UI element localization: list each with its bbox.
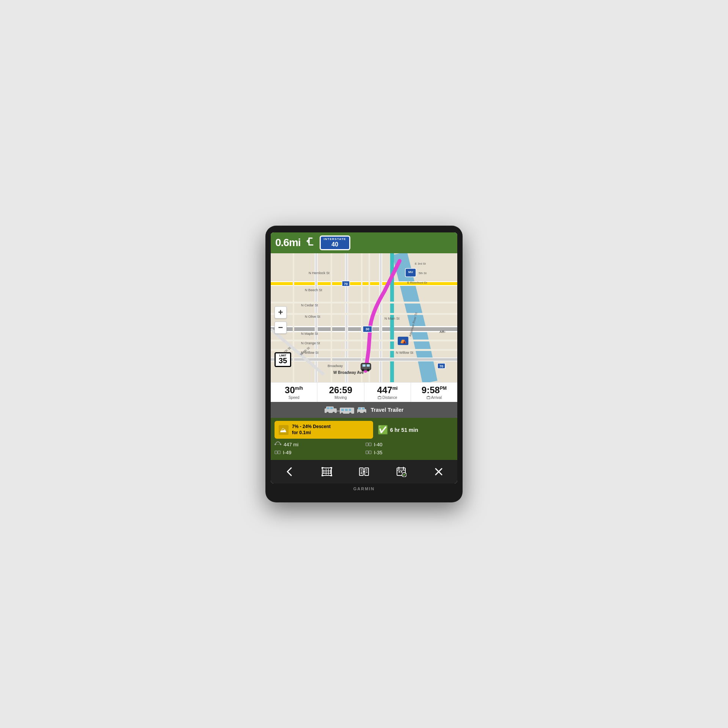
svg-rect-74: [349, 409, 351, 411]
svg-rect-72: [341, 409, 344, 411]
map-area[interactable]: N Hemlock St N Beech St N Cedar St N Oli…: [271, 253, 457, 382]
total-distance-value: 447 mi: [284, 442, 298, 447]
svg-rect-88: [275, 451, 277, 454]
directions-button[interactable]: [355, 464, 373, 480]
arrival-label: Arrival: [413, 395, 456, 400]
speed-value: 30m/h: [272, 386, 315, 395]
svg-point-26: [367, 369, 370, 371]
highway-i35-value: I-35: [374, 450, 382, 455]
distance-value: 447mi: [366, 386, 409, 395]
svg-rect-78: [362, 408, 364, 410]
highway-i40-item: I-40: [366, 441, 453, 448]
svg-rect-95: [359, 468, 363, 475]
svg-text:5th St: 5th St: [419, 271, 427, 275]
svg-text:N Hemlock St: N Hemlock St: [309, 271, 330, 275]
moving-value: 26:59: [319, 386, 362, 395]
svg-point-70: [341, 413, 343, 415]
back-button[interactable]: [280, 464, 299, 480]
svg-point-80: [363, 412, 366, 414]
svg-text:E Riverfront Dr: E Riverfront Dr: [407, 281, 427, 284]
svg-point-71: [349, 413, 351, 415]
svg-rect-92: [369, 451, 371, 454]
info-row-1: ⛰ 7% - 24% Descentfor 0.1mi ✅ 6 hr 51 mi…: [275, 421, 453, 439]
distance-label: Distance: [366, 395, 409, 400]
svg-marker-59: [378, 396, 381, 397]
highway-number: 40: [324, 241, 346, 248]
trip-time-text: 6 hr 51 min: [390, 427, 418, 433]
highway-label: INTERSTATE: [324, 237, 346, 241]
moving-label: Moving: [319, 395, 362, 400]
trailer-text: Travel Trailer: [371, 407, 403, 413]
trailer-banner: Travel Trailer: [271, 402, 457, 418]
garmin-brand: GARMIN: [271, 483, 457, 492]
stats-bar: 30m/h Speed 26:59 Moving 447mi Distance …: [271, 382, 457, 402]
svg-text:N Olive St: N Olive St: [305, 315, 320, 318]
schedule-button[interactable]: [392, 464, 411, 480]
zoom-plus-button[interactable]: +: [275, 306, 287, 318]
stat-distance: 447mi Distance: [364, 383, 411, 402]
svg-rect-64: [327, 407, 329, 409]
svg-point-66: [326, 412, 329, 414]
highway-i49-value: I-49: [283, 450, 291, 455]
device-screen: 0.6mi INTERSTATE 40: [271, 232, 457, 483]
svg-rect-91: [366, 451, 368, 454]
svg-rect-85: [366, 443, 368, 446]
svg-text:N Orange St: N Orange St: [301, 341, 320, 345]
descent-warning: ⛰ 7% - 24% Descentfor 0.1mi: [275, 421, 373, 439]
stat-arrival: 9:58PM Arrival: [411, 383, 457, 402]
svg-rect-102: [401, 471, 402, 472]
svg-text:N Beech St: N Beech St: [305, 288, 322, 292]
stat-moving: 26:59 Moving: [317, 383, 364, 402]
svg-text:W Broadway Ave: W Broadway Ave: [333, 370, 364, 375]
highway-i49-item: I-49: [275, 449, 362, 455]
svg-text:70: 70: [439, 364, 443, 368]
svg-point-79: [358, 412, 360, 414]
zoom-minus-button[interactable]: −: [275, 322, 287, 334]
speed-limit-sign: LIMIT 35: [275, 352, 291, 367]
total-distance-item: 447 mi: [275, 441, 362, 448]
nav-distance: 0.6mi: [275, 237, 301, 249]
arrival-value: 9:58PM: [413, 386, 456, 395]
svg-rect-89: [278, 451, 280, 454]
svg-rect-73: [345, 409, 348, 411]
stat-speed: 30m/h Speed: [271, 383, 317, 402]
trailer-icons: [325, 405, 367, 415]
warning-text: 7% - 24% Descentfor 0.1mi: [292, 424, 331, 436]
svg-text:N Maple St: N Maple St: [301, 332, 318, 336]
svg-text:AR-: AR-: [439, 330, 446, 334]
map-view-button[interactable]: [317, 464, 336, 480]
svg-rect-60: [427, 397, 430, 399]
svg-text:30: 30: [366, 327, 369, 331]
svg-text:N Main St: N Main St: [384, 317, 400, 320]
svg-marker-61: [427, 396, 430, 397]
info-detail-row-2: I-49 I-35: [275, 449, 453, 455]
bottom-nav: [271, 460, 457, 483]
info-detail-row-1: 447 mi I-40: [275, 441, 453, 448]
close-button[interactable]: [429, 464, 448, 480]
highway-i35-item: I-35: [366, 449, 453, 455]
svg-text:MU: MU: [408, 270, 413, 274]
nav-header: 0.6mi INTERSTATE 40: [271, 232, 457, 253]
svg-text:70: 70: [344, 282, 348, 286]
trip-time-box: ✅ 6 hr 51 min: [376, 421, 453, 439]
svg-rect-96: [365, 468, 369, 475]
speed-label: Speed: [272, 395, 315, 400]
turn-icon: [304, 236, 316, 250]
svg-rect-58: [378, 397, 381, 399]
svg-rect-86: [369, 443, 371, 446]
svg-text:N Willow St: N Willow St: [396, 351, 414, 355]
svg-rect-65: [330, 407, 333, 409]
speed-limit-value: 35: [279, 356, 287, 365]
svg-rect-24: [367, 364, 370, 367]
highway-badge: INTERSTATE 40: [320, 235, 350, 250]
svg-text:⛰: ⛰: [280, 426, 287, 434]
svg-rect-23: [362, 364, 366, 367]
svg-text:N Cedar St: N Cedar St: [301, 303, 318, 307]
svg-text:⛺: ⛺: [400, 337, 407, 344]
svg-rect-77: [358, 408, 361, 410]
svg-text:E 3rd St: E 3rd St: [415, 262, 426, 265]
svg-text:Broadway: Broadway: [328, 364, 343, 368]
svg-rect-101: [399, 471, 400, 472]
garmin-device: 0.6mi INTERSTATE 40: [265, 226, 463, 502]
info-panels: ⛰ 7% - 24% Descentfor 0.1mi ✅ 6 hr 51 mi…: [271, 418, 457, 460]
